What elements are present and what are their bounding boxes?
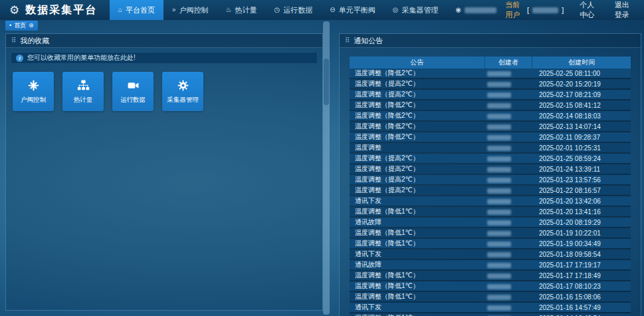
table-row[interactable]: 温度调整 2025-02-01 10:25:31 xyxy=(350,142,631,153)
creator-cell xyxy=(484,302,532,313)
creator-cell xyxy=(484,153,532,164)
creator-cell xyxy=(484,217,532,228)
creator-redacted xyxy=(487,124,511,130)
notice-table-header-row: 公告 创建者 创建时间 xyxy=(350,57,631,69)
table-row[interactable]: 温度调整（降低2℃） 2025-02-15 08:41:12 xyxy=(350,100,631,110)
tile-running-data[interactable]: 运行数据 xyxy=(112,72,154,111)
created-time-cell: 2025-01-16 15:08:06 xyxy=(532,291,631,302)
screen: ⚙ 数据采集平台 ⌂ 平台首页 » 户阀控制 ♨ 热计量 ◷ 运行数据 ⊖ 单元… xyxy=(0,0,644,316)
content-area: • 首页 ⊗ ⠿ 我的收藏 i 您可以收藏常用的菜单功能放在此处! xyxy=(0,20,644,316)
creator-redacted xyxy=(487,199,511,204)
nav-item-valve-control[interactable]: » 户阀控制 xyxy=(163,0,217,20)
creator-cell xyxy=(484,121,532,132)
personal-center-link[interactable]: 个人中心 xyxy=(580,0,598,20)
announcement-cell: 温度调整（降低2℃） xyxy=(350,132,484,142)
creator-cell xyxy=(484,174,532,185)
table-row[interactable]: 温度调整（降低1℃） 2025-01-17 17:18:49 xyxy=(350,270,631,281)
table-row[interactable]: 温度调整（降低1℃） 2025-01-16 15:08:06 xyxy=(350,291,631,302)
announcement-cell: 通讯下发 xyxy=(350,196,484,206)
creator-cell xyxy=(484,281,532,291)
announcement-cell: 通讯故障 xyxy=(350,259,484,270)
table-row[interactable]: 温度调整（降低2℃） 2025-02-13 14:07:14 xyxy=(350,121,631,132)
creator-cell xyxy=(484,132,532,142)
nav-item-heat-metering[interactable]: ♨ 热计量 xyxy=(217,0,266,20)
creator-redacted xyxy=(487,92,511,98)
announcement-cell: 通讯下发 xyxy=(350,249,484,259)
table-row[interactable]: 温度调整（提高2℃） 2025-01-22 08:16:57 xyxy=(350,185,631,196)
table-row[interactable]: 温度调整（提高2℃） 2025-01-23 13:57:56 xyxy=(350,174,631,185)
logout-link[interactable]: 退出登录 xyxy=(615,0,633,20)
table-row[interactable]: 通讯下发 2025-01-20 13:42:06 xyxy=(350,196,631,206)
nav-item-unit-balance-valve[interactable]: ⊖ 单元平衡阀 xyxy=(321,0,383,20)
tile-label: 采集器管理 xyxy=(167,96,199,104)
table-row[interactable]: 温度调整（降低1℃） 2025-01-20 13:41:16 xyxy=(350,206,631,217)
creator-cell xyxy=(484,89,532,100)
nav-item-platform-home[interactable]: ⌂ 平台首页 xyxy=(110,0,163,20)
table-row[interactable]: 温度调整（提高2℃） 2025-01-25 08:59:24 xyxy=(350,153,631,164)
table-row[interactable]: 通讯下发 2025-01-18 09:58:54 xyxy=(350,249,631,259)
info-icon: i xyxy=(16,55,23,62)
favorites-panel-header: ⠿ 我的收藏 xyxy=(6,34,322,48)
close-icon[interactable]: ⊗ xyxy=(29,23,34,29)
announcement-cell: 温度调整（提高2℃） xyxy=(350,185,484,196)
announcement-cell: 温度调整（提高2℃） xyxy=(350,89,484,100)
table-row[interactable]: 温度调整（降低1℃） 2025-01-14 16:43:54 xyxy=(350,313,631,316)
table-row[interactable]: 温度调整（降低2℃） 2025-02-25 08:11:00 xyxy=(350,69,631,79)
favorites-panel: ⠿ 我的收藏 i 您可以收藏常用的菜单功能放在此处! xyxy=(5,33,323,311)
gear-icon xyxy=(177,79,189,92)
creator-redacted xyxy=(487,295,511,300)
nav-item-collector-management[interactable]: ◎ 采集器管理 xyxy=(384,0,447,20)
nav-item-running-data[interactable]: ◷ 运行数据 xyxy=(266,0,322,20)
announcement-cell: 温度调整 xyxy=(350,142,484,153)
nav-item-redacted[interactable]: ◉ xyxy=(447,0,505,20)
tile-collector-management[interactable]: 采集器管理 xyxy=(162,72,203,111)
creator-cell xyxy=(484,110,532,121)
nav-item-label: 热计量 xyxy=(235,5,257,15)
vertical-scrollbar[interactable] xyxy=(323,21,330,315)
creator-redacted xyxy=(487,220,511,226)
notice-panel-header: ⠿ 通知公告 xyxy=(340,34,641,48)
nav-item-label: 采集器管理 xyxy=(401,5,438,15)
table-row[interactable]: 温度调整（降低1℃） 2025-01-17 08:10:23 xyxy=(350,281,631,291)
scrollbar-thumb[interactable] xyxy=(324,59,329,105)
created-time-cell: 2025-02-20 15:20:19 xyxy=(532,79,631,89)
table-row[interactable]: 温度调整（降低1℃） 2025-01-19 10:22:01 xyxy=(350,228,631,238)
creator-redacted xyxy=(487,135,511,140)
main-nav: ⌂ 平台首页 » 户阀控制 ♨ 热计量 ◷ 运行数据 ⊖ 单元平衡阀 ◎ 采集器… xyxy=(110,0,505,20)
creator-cell xyxy=(484,249,532,259)
table-row[interactable]: 温度调整（降低2℃） 2025-02-14 08:18:03 xyxy=(350,110,631,121)
table-row[interactable]: 通讯下发 2025-01-16 14:57:49 xyxy=(350,302,631,313)
bracket-open: [ xyxy=(527,6,529,14)
notice-table-wrap: 公告 创建者 创建时间 温度调整（降低2℃） 2025-02-25 08:11:… xyxy=(340,48,641,316)
creator-redacted xyxy=(487,263,511,268)
created-time-cell: 2025-01-17 17:19:17 xyxy=(532,259,631,270)
tile-heat-metering[interactable]: 热计量 xyxy=(62,72,104,111)
created-time-cell: 2025-01-24 13:39:11 xyxy=(532,164,631,174)
table-row[interactable]: 通讯故障 2025-01-20 08:19:29 xyxy=(350,217,631,228)
puzzle-icon xyxy=(27,79,40,92)
camera-icon xyxy=(127,79,140,92)
col-header-announcement: 公告 xyxy=(350,57,484,69)
creator-cell xyxy=(484,313,532,316)
tab-home[interactable]: • 首页 ⊗ xyxy=(5,21,38,31)
created-time-cell: 2025-01-20 08:19:29 xyxy=(532,217,631,228)
navbar-right: 当前用户 [ ] 个人中心 退出登录 xyxy=(505,0,644,20)
announcement-cell: 通讯下发 xyxy=(350,302,484,313)
created-time-cell: 2025-01-17 08:10:23 xyxy=(532,281,631,291)
creator-cell xyxy=(484,270,532,281)
table-row[interactable]: 温度调整（提高2℃） 2025-02-20 15:20:19 xyxy=(350,79,631,89)
table-row[interactable]: 温度调整（降低1℃） 2025-01-19 00:34:49 xyxy=(350,238,631,249)
announcement-cell: 温度调整（降低1℃） xyxy=(350,291,484,302)
table-row[interactable]: 温度调整（提高2℃） 2025-02-17 08:21:09 xyxy=(350,89,631,100)
creator-cell xyxy=(484,185,532,196)
creator-cell xyxy=(484,259,532,270)
table-row[interactable]: 温度调整（提高2℃） 2025-01-24 13:39:11 xyxy=(350,164,631,174)
announcement-cell: 温度调整（降低1℃） xyxy=(350,206,484,217)
table-row[interactable]: 通讯故障 2025-01-17 17:19:17 xyxy=(350,259,631,270)
announcement-cell: 通讯故障 xyxy=(350,217,484,228)
notice-panel-title: 通知公告 xyxy=(354,36,383,46)
notice-panel: ⠿ 通知公告 公告 创建者 创建时间 温度调整（降低2℃） xyxy=(339,33,641,316)
tile-valve-control[interactable]: 户阀控制 xyxy=(13,72,54,111)
table-row[interactable]: 温度调整（降低2℃） 2025-02-11 09:28:37 xyxy=(350,132,631,142)
col-header-creator: 创建者 xyxy=(484,57,532,69)
